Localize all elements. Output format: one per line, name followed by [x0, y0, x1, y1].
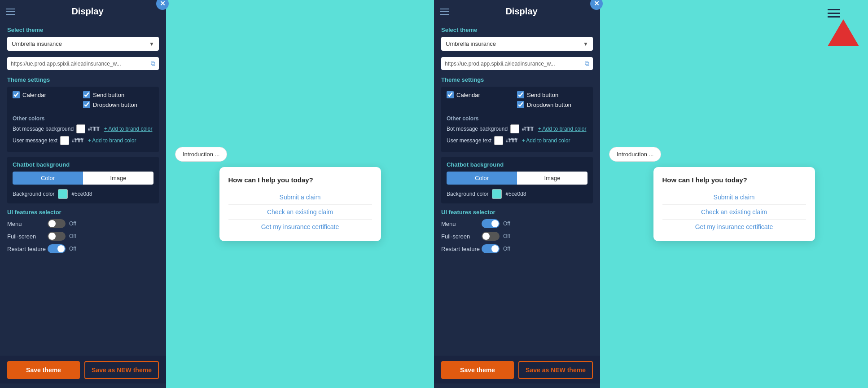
checkbox-send-right[interactable]: Send button: [517, 91, 587, 98]
user-text-label-right: User message text: [447, 137, 491, 144]
left-sidebar-header: Display ✕: [0, 0, 166, 21]
bg-swatch-right[interactable]: [492, 189, 502, 199]
theme-select-left[interactable]: Umbrella insurance: [7, 37, 159, 51]
checkbox-calendar-input-left[interactable]: [13, 91, 20, 98]
theme-select-wrapper-right: Umbrella insurance ▼: [441, 37, 593, 51]
save-new-theme-button-left[interactable]: Save as NEW theme: [84, 361, 159, 379]
color-row-bot-left: Bot message background #ffffff + Add to …: [13, 124, 153, 133]
toggle-restart-right: Restart feature Off: [441, 244, 593, 253]
bot-bg-label-left: Bot message background: [13, 126, 74, 132]
toggle-menu-switch-left[interactable]: [48, 219, 66, 228]
tab-image-left[interactable]: Image: [83, 172, 153, 185]
left-panel-wrapper: Display ✕ Select theme Umbrella insuranc…: [0, 0, 434, 388]
user-text-swatch-left[interactable]: [60, 136, 69, 145]
select-theme-label-right: Select theme: [441, 26, 593, 33]
red-arrow: [828, 19, 859, 46]
user-text-hex-left: #ffffff: [72, 137, 83, 144]
right-panel-wrapper: Display ✕ Select theme Umbrella insuranc…: [434, 0, 868, 388]
toggle-restart-state-left: Off: [69, 246, 76, 252]
bg-color-hex-left: #5ce0d8: [71, 191, 92, 197]
chat-widget-right: How can I help you today? Submit a claim…: [653, 167, 815, 241]
checkbox-send-input-left[interactable]: [83, 91, 90, 98]
chat-option-existing-right[interactable]: Check an existing claim: [662, 205, 806, 220]
checkbox-dropdown-left[interactable]: Dropdown button: [83, 101, 153, 108]
toggle-menu-right: Menu Off: [441, 219, 593, 228]
checkbox-dropdown-input-right[interactable]: [517, 101, 524, 108]
toggle-fullscreen-thumb-right: [482, 233, 490, 240]
tab-color-left[interactable]: Color: [13, 172, 83, 185]
user-text-add-brand-left[interactable]: + Add to brand color: [88, 137, 136, 144]
save-theme-button-left[interactable]: Save theme: [7, 361, 80, 379]
toggle-restart-thumb-right: [491, 245, 499, 252]
toggle-restart-label-right: Restart feature: [441, 246, 482, 252]
url-text-right: https://ue.prod.app.spixii.ai/leadinsura…: [445, 61, 582, 67]
external-link-icon-right[interactable]: ⧉: [585, 60, 589, 67]
toggle-restart-label-left: Restart feature: [7, 246, 48, 252]
user-text-add-brand-right[interactable]: + Add to brand color: [522, 137, 570, 144]
right-sidebar-title: Display: [449, 6, 594, 17]
user-text-swatch-right[interactable]: [494, 136, 503, 145]
left-sidebar: Display ✕ Select theme Umbrella insuranc…: [0, 0, 166, 388]
hamburger-icon-right[interactable]: [440, 9, 449, 15]
toggle-menu-label-left: Menu: [7, 220, 48, 227]
bot-bg-swatch-left[interactable]: [76, 124, 85, 133]
chat-option-certificate-right[interactable]: Get my insurance certificate: [662, 220, 806, 234]
checkbox-send-left[interactable]: Send button: [83, 91, 153, 98]
toggle-fullscreen-switch-left[interactable]: [48, 232, 66, 241]
theme-select-right[interactable]: Umbrella insurance: [441, 37, 593, 51]
bg-color-hex-right: #5ce0d8: [505, 191, 526, 197]
other-colors-label-right: Other colors: [447, 115, 587, 122]
checkbox-calendar-input-right[interactable]: [447, 91, 454, 98]
theme-select-wrapper-left: Umbrella insurance ▼: [7, 37, 159, 51]
chatbot-bg-box-right: Chatbot background Color Image Backgroun…: [441, 157, 593, 203]
checkbox-calendar-right[interactable]: Calendar: [447, 91, 517, 98]
toggle-menu-state-right: Off: [503, 220, 510, 227]
bg-swatch-left[interactable]: [58, 189, 68, 199]
hamburger-icon-left[interactable]: [6, 9, 15, 15]
checkbox-dropdown-right[interactable]: Dropdown button: [517, 101, 587, 108]
bot-bg-add-brand-left[interactable]: + Add to brand color: [104, 126, 153, 132]
checkbox-dropdown-input-left[interactable]: [83, 101, 90, 108]
toggle-fullscreen-label-right: Full-screen: [441, 233, 482, 240]
toggle-fullscreen-switch-right[interactable]: [482, 232, 500, 241]
tab-color-right[interactable]: Color: [447, 172, 517, 185]
theme-settings-label-left: Theme settings: [7, 76, 159, 83]
tab-row-left: Color Image: [13, 172, 153, 185]
bot-bg-swatch-right[interactable]: [510, 124, 519, 133]
bg-color-row-right: Background color #5ce0d8: [447, 189, 587, 199]
toggle-menu-thumb-left: [48, 220, 56, 227]
intro-btn-left[interactable]: Introduction ...: [175, 147, 227, 162]
checkbox-col-right-2: Send button Dropdown button: [517, 91, 587, 111]
toggle-menu-switch-right[interactable]: [482, 219, 500, 228]
chat-option-certificate-left[interactable]: Get my insurance certificate: [228, 220, 372, 234]
chat-option-claim-right[interactable]: Submit a claim: [662, 190, 806, 205]
theme-settings-box-right: Calendar Send button Dropdown button Oth…: [441, 87, 593, 152]
hamburger-icon-large: [828, 9, 859, 18]
checkbox-col-right-1: Calendar: [447, 91, 517, 111]
save-new-theme-button-right[interactable]: Save as NEW theme: [518, 361, 593, 379]
toggle-fullscreen-label-left: Full-screen: [7, 233, 48, 240]
checkbox-calendar-left[interactable]: Calendar: [13, 91, 83, 98]
toggle-fullscreen-right: Full-screen Off: [441, 232, 593, 241]
checkbox-col-left-1: Calendar: [13, 91, 83, 111]
tab-image-right[interactable]: Image: [517, 172, 587, 185]
ui-features-label-left: UI features selector: [7, 209, 159, 216]
toggle-restart-switch-right[interactable]: [482, 244, 500, 253]
checkboxes-left: Calendar Send button Dropdown button: [13, 91, 153, 111]
checkbox-send-input-right[interactable]: [517, 91, 524, 98]
chat-option-existing-left[interactable]: Check an existing claim: [228, 205, 372, 220]
toggle-menu-label-right: Menu: [441, 220, 482, 227]
select-theme-label-left: Select theme: [7, 26, 159, 33]
theme-settings-box-left: Calendar Send button Dropdown button Oth…: [7, 87, 159, 152]
left-sidebar-content: Select theme Umbrella insurance ▼ https:…: [0, 21, 166, 356]
external-link-icon-left[interactable]: ⧉: [151, 60, 155, 67]
toggle-menu-left: Menu Off: [7, 219, 159, 228]
bot-bg-add-brand-right[interactable]: + Add to brand color: [538, 126, 587, 132]
chat-option-claim-left[interactable]: Submit a claim: [228, 190, 372, 205]
toggle-restart-switch-left[interactable]: [48, 244, 66, 253]
save-theme-button-right[interactable]: Save theme: [441, 361, 514, 379]
color-row-bot-right: Bot message background #ffffff + Add to …: [447, 124, 587, 133]
intro-btn-right[interactable]: Introduction ...: [609, 147, 661, 162]
user-text-hex-right: #ffffff: [506, 137, 517, 144]
checkbox-col-left-2: Send button Dropdown button: [83, 91, 153, 111]
